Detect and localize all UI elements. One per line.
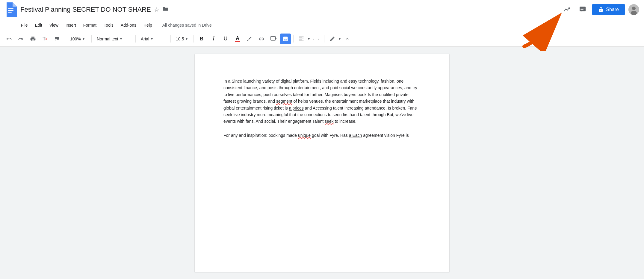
edit-mode-button[interactable]	[327, 34, 338, 44]
word-unique: unique	[298, 133, 311, 138]
menu-tools[interactable]: Tools	[101, 22, 117, 29]
underline-button[interactable]: U	[220, 34, 231, 44]
size-dropdown-arrow: ▾	[186, 37, 188, 41]
svg-rect-1	[8, 10, 13, 11]
document-page[interactable]: In a Since launching variety of digital …	[195, 54, 449, 272]
folder-icon[interactable]	[162, 6, 168, 13]
divider-7	[324, 35, 324, 43]
word-a-prices: a prices	[289, 106, 304, 110]
style-select[interactable]: Normal text ▾	[94, 34, 133, 44]
align-dropdown-arrow: ▾	[308, 37, 310, 41]
collapse-toolbar-button[interactable]	[342, 34, 353, 44]
word-segment: segment	[276, 99, 292, 104]
paragraph-2: For any and inspiration: bookings made u…	[223, 132, 421, 139]
svg-rect-4	[580, 8, 585, 8]
menu-help[interactable]: Help	[140, 22, 155, 29]
font-size-value: 10.5	[176, 37, 184, 41]
menu-addons[interactable]: Add-ons	[118, 22, 139, 29]
comments-icon[interactable]	[577, 4, 589, 16]
divider-5	[193, 35, 194, 43]
text-color-button[interactable]: A	[232, 34, 243, 44]
menu-bar: File Edit View Insert Format Tools Add-o…	[0, 19, 644, 31]
save-status: All changes saved in Drive	[162, 23, 212, 28]
menu-edit[interactable]: Edit	[32, 22, 45, 29]
font-size-select[interactable]: 10.5 ▾	[173, 34, 191, 44]
menu-view[interactable]: View	[46, 22, 61, 29]
align-button[interactable]	[296, 34, 307, 44]
style-dropdown-arrow: ▾	[120, 37, 122, 41]
font-dropdown-arrow: ▾	[151, 37, 153, 41]
menu-insert[interactable]: Insert	[63, 22, 79, 29]
redo-button[interactable]	[16, 34, 26, 44]
title-area: Festival Planning SECRET DO NOT SHARE ☆	[20, 6, 561, 13]
divider-6	[293, 35, 294, 43]
divider-2	[91, 35, 92, 43]
svg-rect-2	[8, 12, 12, 13]
doc-icon	[5, 2, 17, 17]
spelling-button[interactable]: Ta	[40, 34, 50, 44]
divider-1	[65, 35, 65, 43]
font-value: Arial	[141, 37, 149, 41]
italic-button[interactable]: I	[208, 34, 219, 44]
divider-3	[135, 35, 136, 43]
top-right-actions: Share	[561, 4, 639, 16]
word-seek: seek	[325, 119, 334, 124]
print-button[interactable]	[28, 34, 38, 44]
share-label: Share	[606, 7, 619, 12]
paint-format-button[interactable]	[52, 34, 62, 44]
highlight-button[interactable]	[244, 34, 255, 44]
star-icon[interactable]: ☆	[154, 6, 159, 13]
edit-dropdown-arrow: ▾	[339, 37, 341, 41]
zoom-dropdown-arrow: ▾	[83, 37, 84, 41]
toolbar: Ta 100% ▾ Normal text ▾ Arial ▾ 10.5 ▾ B…	[0, 31, 644, 47]
svg-rect-5	[580, 9, 583, 10]
more-button[interactable]: ···	[311, 34, 322, 44]
svg-rect-0	[8, 8, 13, 9]
font-select[interactable]: Arial ▾	[138, 34, 168, 44]
add-comment-button[interactable]	[268, 34, 279, 44]
trending-icon[interactable]	[561, 4, 573, 16]
document-title[interactable]: Festival Planning SECRET DO NOT SHARE	[20, 6, 151, 13]
menu-file[interactable]: File	[18, 22, 31, 29]
svg-rect-10	[271, 36, 276, 40]
zoom-value: 100%	[70, 37, 81, 41]
svg-point-8	[632, 7, 636, 10]
document-area: In a Since launching variety of digital …	[0, 47, 644, 279]
undo-button[interactable]	[4, 34, 14, 44]
divider-4	[170, 35, 171, 43]
svg-marker-6	[580, 11, 581, 12]
menu-format[interactable]: Format	[80, 22, 99, 29]
top-bar: Festival Planning SECRET DO NOT SHARE ☆	[0, 0, 644, 19]
insert-image-button[interactable]	[280, 34, 291, 44]
user-avatar[interactable]	[628, 4, 639, 15]
paragraph-1: In a Since launching variety of digital …	[223, 78, 421, 125]
zoom-select[interactable]: 100% ▾	[67, 34, 89, 44]
link-button[interactable]	[256, 34, 267, 44]
bold-button[interactable]: B	[196, 34, 207, 44]
word-a-each: a Each	[349, 133, 362, 138]
style-value: Normal text	[97, 37, 118, 41]
share-button[interactable]: Share	[592, 4, 625, 15]
